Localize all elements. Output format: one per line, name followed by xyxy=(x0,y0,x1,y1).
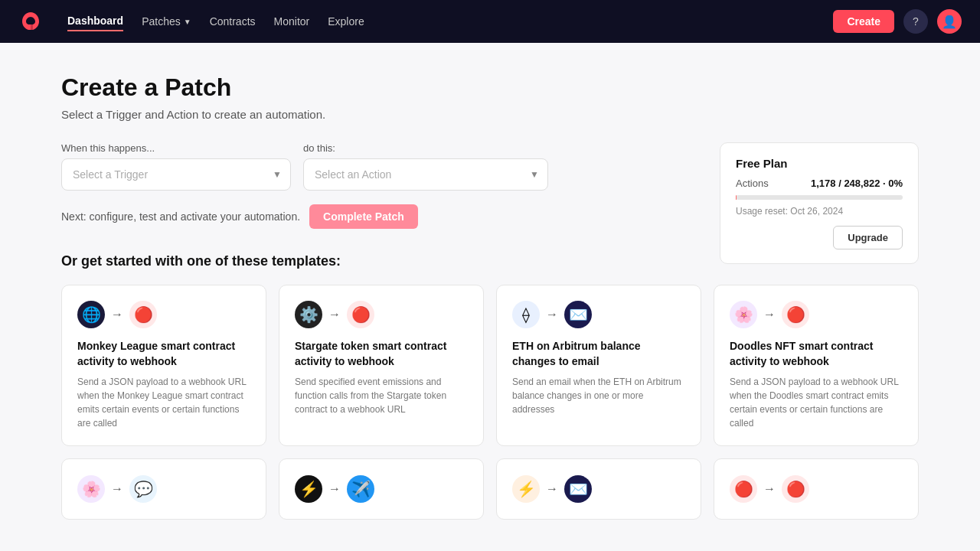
template-title: ETH on Arbitrum balance changes to email xyxy=(512,339,685,369)
trigger-icon: 🔴 xyxy=(730,475,757,503)
template-desc: Send an email when the ETH on Arbitrum b… xyxy=(512,375,685,416)
next-text: Next: configure, test and activate your … xyxy=(61,210,300,223)
usage-progress-track xyxy=(736,195,903,200)
arrow-icon: → xyxy=(763,308,776,321)
nav-dashboard[interactable]: Dashboard xyxy=(67,11,123,31)
template-title: Monkey League smart contract activity to… xyxy=(77,339,250,369)
template-icons: 🌸 → 🔴 xyxy=(730,301,903,328)
template-doodles[interactable]: 🌸 → 🔴 Doodles NFT smart contract activit… xyxy=(714,285,919,446)
template-desc: Send a JSON payload to a webhook URL whe… xyxy=(730,375,903,430)
trigger-icon: ⚡ xyxy=(512,475,540,503)
main-content: Free Plan Actions 1,178 / 248,822 · 0% U… xyxy=(0,43,980,551)
help-button[interactable]: ? xyxy=(903,9,928,34)
nav-patches[interactable]: Patches ▼ xyxy=(142,12,191,31)
trigger-select-wrapper: Select a Trigger ▼ xyxy=(61,158,291,191)
template-bottom-2[interactable]: ⚡ → ✈️ xyxy=(279,458,484,520)
free-plan-card: Free Plan Actions 1,178 / 248,822 · 0% U… xyxy=(720,142,919,264)
arrow-icon: → xyxy=(111,308,123,321)
nav-logo[interactable] xyxy=(18,9,43,34)
free-plan-actions-row: Actions 1,178 / 248,822 · 0% xyxy=(736,178,903,189)
arrow-icon: → xyxy=(546,482,558,496)
upgrade-button[interactable]: Upgrade xyxy=(833,226,903,249)
complete-patch-button[interactable]: Complete Patch xyxy=(309,204,418,229)
trigger-icon: 🌸 xyxy=(730,301,757,328)
trigger-icon: ⚙️ xyxy=(295,301,322,328)
templates-grid: 🌐 → 🔴 Monkey League smart contract activ… xyxy=(61,285,919,446)
action-icon: 🔴 xyxy=(347,301,374,328)
do-label: do this: xyxy=(303,142,548,154)
arrow-icon: → xyxy=(328,308,341,321)
template-icons: 🌐 → 🔴 xyxy=(77,301,250,328)
templates-section: Or get started with one of these templat… xyxy=(61,253,919,520)
trigger-icon: ⚡ xyxy=(295,475,322,503)
navbar: Dashboard Patches ▼ Contracts Monitor Ex… xyxy=(0,0,980,43)
usage-progress-fill xyxy=(736,195,737,200)
trigger-icon: 🌸 xyxy=(77,475,105,503)
create-button[interactable]: Create xyxy=(833,10,894,33)
user-avatar[interactable]: 👤 xyxy=(937,9,962,34)
arrow-icon: → xyxy=(763,482,776,496)
trigger-icon: 🌐 xyxy=(77,301,105,328)
svg-rect-0 xyxy=(28,24,31,30)
action-col: do this: Select an Action ▼ xyxy=(303,142,548,191)
usage-reset-text: Usage reset: Oct 26, 2024 xyxy=(736,206,903,217)
actions-label: Actions xyxy=(736,178,769,189)
action-icon: ✉️ xyxy=(564,475,592,503)
template-stargate[interactable]: ⚙️ → 🔴 Stargate token smart contract act… xyxy=(279,285,484,446)
template-icons: 🔴 → 🔴 xyxy=(730,475,809,503)
when-label: When this happens... xyxy=(61,142,291,154)
template-bottom-4[interactable]: 🔴 → 🔴 xyxy=(714,458,919,520)
template-icons: ⚙️ → 🔴 xyxy=(295,301,468,328)
action-select[interactable]: Select an Action xyxy=(303,158,548,191)
chevron-down-icon: ▼ xyxy=(184,18,191,26)
action-icon: 💬 xyxy=(129,475,157,503)
nav-right: Create ? 👤 xyxy=(833,9,962,34)
nav-monitor[interactable]: Monitor xyxy=(274,12,310,31)
action-icon: 🔴 xyxy=(782,301,809,328)
template-eth-arbitrum[interactable]: ⟠ → ✉️ ETH on Arbitrum balance changes t… xyxy=(496,285,701,446)
action-icon: ✈️ xyxy=(347,475,374,503)
action-icon: 🔴 xyxy=(782,475,809,503)
template-icons: ⚡ → ✉️ xyxy=(512,475,592,503)
template-desc: Send specified event emissions and funct… xyxy=(295,375,468,416)
action-icon: ✉️ xyxy=(564,301,592,328)
template-icons: ⟠ → ✉️ xyxy=(512,301,685,328)
page-title: Create a Patch xyxy=(61,73,919,102)
template-icons: 🌸 → 💬 xyxy=(77,475,157,503)
nav-contracts[interactable]: Contracts xyxy=(210,12,256,31)
templates-grid-bottom: 🌸 → 💬 ⚡ → ✈️ ⚡ → ✉️ xyxy=(61,458,919,520)
action-icon: 🔴 xyxy=(129,301,157,328)
actions-value: 1,178 / 248,822 · 0% xyxy=(811,178,903,189)
template-monkey-league[interactable]: 🌐 → 🔴 Monkey League smart contract activ… xyxy=(61,285,266,446)
trigger-select[interactable]: Select a Trigger xyxy=(61,158,291,191)
template-bottom-3[interactable]: ⚡ → ✉️ xyxy=(496,458,701,520)
svg-rect-1 xyxy=(31,24,33,30)
arrow-icon: → xyxy=(328,482,341,496)
template-title: Stargate token smart contract activity t… xyxy=(295,339,468,369)
action-select-wrapper: Select an Action ▼ xyxy=(303,158,548,191)
trigger-icon: ⟠ xyxy=(512,301,540,328)
page-subtitle: Select a Trigger and Action to create an… xyxy=(61,108,919,121)
template-desc: Send a JSON payload to a webhook URL whe… xyxy=(77,375,250,430)
free-plan-title: Free Plan xyxy=(736,157,903,170)
arrow-icon: → xyxy=(111,482,123,496)
template-bottom-1[interactable]: 🌸 → 💬 xyxy=(61,458,266,520)
trigger-col: When this happens... Select a Trigger ▼ xyxy=(61,142,291,191)
arrow-icon: → xyxy=(546,308,558,321)
template-icons: ⚡ → ✈️ xyxy=(295,475,374,503)
template-title: Doodles NFT smart contract activity to w… xyxy=(730,339,903,369)
nav-explore[interactable]: Explore xyxy=(328,12,364,31)
